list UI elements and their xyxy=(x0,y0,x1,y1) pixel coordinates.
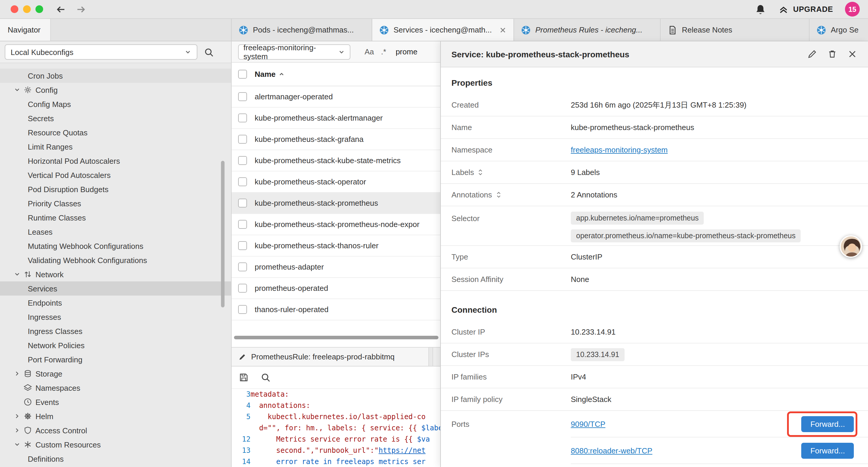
tab-pods[interactable]: Pods - icecheng@mathmas... xyxy=(231,19,372,41)
sidebar-item-access-control[interactable]: Access Control xyxy=(0,423,231,437)
close-window-button[interactable] xyxy=(11,5,18,13)
chevron-right-icon[interactable] xyxy=(13,412,21,420)
expand-sort-icon[interactable] xyxy=(478,169,484,176)
name-header-label: Name xyxy=(255,70,276,79)
sidebar-item-vertical-pod-autoscalers[interactable]: Vertical Pod Autoscalers xyxy=(0,168,231,182)
row-checkbox[interactable] xyxy=(238,220,247,229)
drawer-row-type: Type ClusterIP xyxy=(441,246,868,268)
sidebar-item-limit-ranges[interactable]: Limit Ranges xyxy=(0,140,231,154)
row-checkbox[interactable] xyxy=(238,92,247,101)
sidebar-item-runtime-classes[interactable]: Runtime Classes xyxy=(0,210,231,225)
chevron-down-icon[interactable] xyxy=(13,86,21,94)
item-label: Validating Webhook Configurations xyxy=(28,256,147,265)
search-input[interactable]: prome xyxy=(396,47,417,56)
upgrade-button[interactable]: UPGRADE xyxy=(778,4,833,14)
port-link[interactable]: 9090/TCP xyxy=(571,419,606,428)
row-checkbox[interactable] xyxy=(238,135,247,144)
navigator-sidebar: Local Kubeconfigs Cron Jobs Config Confi… xyxy=(0,41,231,467)
sidebar-item-validating-webhook-configurations[interactable]: Validating Webhook Configurations xyxy=(0,253,231,267)
close-tab-icon[interactable] xyxy=(499,26,506,33)
back-arrow-icon[interactable] xyxy=(55,3,67,15)
dock-tab-prometheusrule[interactable]: PrometheusRule: freeleaps-prod-rabbitmq xyxy=(231,348,429,366)
line-number: 14 xyxy=(231,456,251,467)
sidebar-item-config[interactable]: Config xyxy=(0,83,231,97)
sidebar-item-priority-classes[interactable]: Priority Classes xyxy=(0,196,231,210)
save-icon[interactable] xyxy=(239,372,249,382)
service-name: kube-prometheus-stack-alertmanager xyxy=(255,114,383,122)
sidebar-item-pod-disruption-budgets[interactable]: Pod Disruption Budgets xyxy=(0,182,231,196)
drawer-row-labels: Labels 9 Labels xyxy=(441,162,868,184)
namespace-link[interactable]: freeleaps-monitoring-system xyxy=(571,145,668,154)
minimize-window-button[interactable] xyxy=(23,5,31,13)
sidebar-item-secrets[interactable]: Secrets xyxy=(0,111,231,125)
sidebar-item-mutating-webhook-configurations[interactable]: Mutating Webhook Configurations xyxy=(0,239,231,253)
port-row: 9090/TCP Forward... xyxy=(571,411,868,437)
row-checkbox[interactable] xyxy=(238,241,247,250)
sidebar-item-cron-jobs[interactable]: Cron Jobs xyxy=(0,68,231,83)
sidebar-item-endpoints[interactable]: Endpoints xyxy=(0,296,231,310)
close-icon[interactable] xyxy=(847,49,857,59)
sidebar-item-config-maps[interactable]: Config Maps xyxy=(0,97,231,111)
tab-services[interactable]: Services - icecheng@math... xyxy=(372,19,514,41)
match-case-toggle[interactable]: Aa xyxy=(365,47,374,56)
row-checkbox[interactable] xyxy=(238,156,247,165)
namespace-select[interactable]: freeleaps-monitoring-system xyxy=(238,44,350,59)
sidebar-scrollbar[interactable] xyxy=(221,161,224,308)
sidebar-item-custom-resources[interactable]: Custom Resources xyxy=(0,437,231,451)
drawer-row-ports: Ports 9090/TCP Forward... 8080:reloader-… xyxy=(441,411,868,464)
delete-trash-icon[interactable] xyxy=(827,49,837,59)
search-icon[interactable] xyxy=(204,47,214,57)
horizontal-scrollbar[interactable] xyxy=(234,336,438,339)
expand-sort-icon[interactable] xyxy=(495,191,501,199)
row-checkbox[interactable] xyxy=(238,177,247,186)
cluster-ip-value: 10.233.14.91 xyxy=(571,327,616,337)
sidebar-item-namespaces[interactable]: Namespaces xyxy=(0,381,231,395)
sidebar-item-leases[interactable]: Leases xyxy=(0,225,231,239)
row-checkbox[interactable] xyxy=(238,284,247,293)
kubeconfig-select[interactable]: Local Kubeconfigs xyxy=(5,44,197,60)
sidebar-item-horizontal-pod-autoscalers[interactable]: Horizontal Pod Autoscalers xyxy=(0,154,231,168)
forward-button[interactable]: Forward... xyxy=(802,442,854,459)
search-icon[interactable] xyxy=(260,372,271,382)
asterisk-icon xyxy=(24,440,32,449)
sidebar-item-storage[interactable]: Storage xyxy=(0,367,231,381)
tab-argo[interactable]: Argo Se xyxy=(809,19,868,41)
row-checkbox[interactable] xyxy=(238,262,247,271)
navigator-panel-tab[interactable]: Navigator xyxy=(0,19,51,41)
sidebar-item-network[interactable]: Network xyxy=(0,267,231,282)
chevron-down-icon[interactable] xyxy=(13,440,21,449)
avatar[interactable] xyxy=(840,235,862,258)
regex-toggle[interactable]: .* xyxy=(381,47,386,56)
drawer-row-cluster-ip: Cluster IP 10.233.14.91 xyxy=(441,321,868,344)
maximize-window-button[interactable] xyxy=(35,5,43,13)
sidebar-item-definitions[interactable]: Definitions xyxy=(0,451,231,466)
select-all-checkbox[interactable] xyxy=(238,70,247,79)
notification-count-badge[interactable]: 15 xyxy=(845,2,860,17)
forward-arrow-icon[interactable] xyxy=(75,3,87,15)
sidebar-item-resource-quotas[interactable]: Resource Quotas xyxy=(0,125,231,140)
field-label: Type xyxy=(452,253,571,261)
row-checkbox[interactable] xyxy=(238,114,247,122)
connection-heading: Connection xyxy=(441,291,868,321)
name-column-header[interactable]: Name xyxy=(255,70,285,79)
port-link[interactable]: 8080:reloader-web/TCP xyxy=(571,446,652,455)
tab-label: Pods - icecheng@mathmas... xyxy=(253,25,354,34)
row-checkbox[interactable] xyxy=(238,305,247,314)
bell-icon[interactable] xyxy=(754,3,766,15)
sidebar-item-events[interactable]: Events xyxy=(0,395,231,409)
edit-pencil-icon[interactable] xyxy=(807,49,817,59)
sidebar-item-ingress-classes[interactable]: Ingress Classes xyxy=(0,324,231,338)
sidebar-item-ingresses[interactable]: Ingresses xyxy=(0,310,231,324)
row-checkbox[interactable] xyxy=(238,199,247,207)
tab-prometheus-rules[interactable]: Prometheus Rules - icecheng... xyxy=(514,19,660,41)
sidebar-item-helm[interactable]: Helm xyxy=(0,409,231,423)
chevron-down-icon[interactable] xyxy=(13,270,21,279)
sidebar-item-port-forwarding[interactable]: Port Forwarding xyxy=(0,352,231,367)
chevron-right-icon[interactable] xyxy=(13,370,21,378)
sidebar-item-services[interactable]: Services xyxy=(0,282,231,296)
chevron-right-icon[interactable] xyxy=(13,426,21,435)
forward-button[interactable]: Forward... xyxy=(802,416,854,432)
item-label: Cron Jobs xyxy=(28,71,63,80)
tab-release-notes[interactable]: Release Notes xyxy=(660,19,809,41)
sidebar-item-network-policies[interactable]: Network Policies xyxy=(0,338,231,352)
